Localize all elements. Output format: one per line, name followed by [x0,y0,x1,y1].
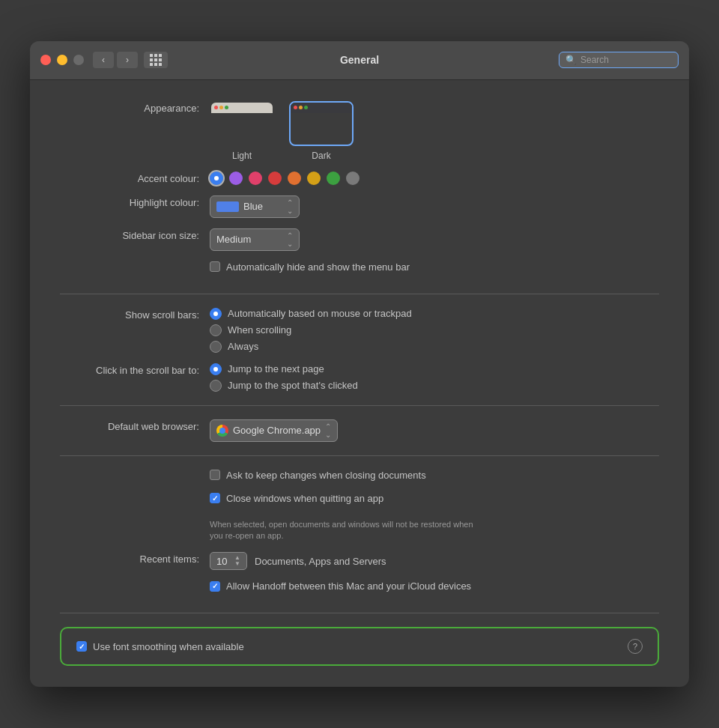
close-windows-row: Close windows when quitting an app [210,493,383,504]
menu-bar-row: Automatically hide and show the menu bar [60,261,659,280]
highlight-colour-dropdown[interactable]: Blue ⌃⌄ [210,195,300,218]
sidebar-icon-size-content: Medium ⌃⌄ [210,228,659,251]
appearance-thumbs: Light [210,101,354,161]
recent-items-content: 10 ▲ ▼ Documents, Apps and Servers [210,552,659,570]
default-browser-row: Default web browser: Google Chrome.app ⌃… [60,419,659,442]
default-browser-label: Default web browser: [60,419,210,432]
menu-bar-checkbox[interactable] [210,261,220,272]
thumb-dot-yellow-d [299,106,303,109]
divider-4 [60,613,659,613]
appearance-row: Appearance: [60,101,659,161]
click-next-page-radio[interactable] [210,363,222,375]
traffic-lights [40,55,84,65]
handoff-label [60,580,210,582]
scroll-scrolling-radio[interactable] [210,324,222,336]
handoff-checkbox[interactable] [210,581,220,592]
menu-bar-checkbox-label: Automatically hide and show the menu bar [226,261,410,273]
accent-red[interactable] [268,172,282,185]
help-button[interactable]: ? [628,639,643,654]
accent-purple[interactable] [229,172,243,185]
sidebar-icon-size-value: Medium [216,234,282,245]
handoff-checkbox-label: Allow Handoff between this Mac and your … [226,580,471,592]
recent-items-controls: 10 ▲ ▼ Documents, Apps and Servers [210,552,386,570]
dark-preview [291,103,352,113]
forward-button[interactable]: › [117,52,138,68]
ask-changes-row: Ask to keep changes when closing documen… [210,470,426,481]
accent-colour-label: Accent colour: [60,172,210,184]
search-box[interactable]: 🔍 [559,52,679,68]
accent-pink[interactable] [249,172,262,185]
dark-thumb [289,101,354,146]
scroll-bars-radio-group: Automatically based on mouse or trackpad… [210,308,412,353]
show-scroll-bars-content: Automatically based on mouse or trackpad… [210,308,659,353]
stepper-down-icon[interactable]: ▼ [234,561,240,567]
accent-colour-content [210,172,659,185]
light-preview [211,103,273,113]
chrome-icon [216,425,228,437]
font-smoothing-left: Use font smoothing when available [76,641,244,652]
titlebar: ‹ › General 🔍 [30,41,689,80]
scroll-auto-label: Automatically based on mouse or trackpad [228,308,412,319]
appearance-content: Light [210,101,659,161]
click-scroll-row: Click in the scroll bar to: Jump to the … [60,363,659,392]
appearance-light[interactable]: Light [210,101,274,161]
close-windows-checkbox[interactable] [210,493,220,503]
accent-dot [214,176,219,181]
checkboxes-content: Ask to keep changes when closing documen… [210,470,659,542]
minimize-button[interactable] [57,55,67,65]
ask-changes-checkbox[interactable] [210,470,220,480]
accent-yellow[interactable] [307,172,321,185]
back-button[interactable]: ‹ [93,52,114,68]
click-scroll-radio-group: Jump to the next page Jump to the spot t… [210,363,358,392]
show-scroll-bars-label: Show scroll bars: [60,308,210,321]
accent-green[interactable] [327,172,340,185]
click-scroll-content: Jump to the next page Jump to the spot t… [210,363,659,392]
scroll-always-row: Always [210,341,412,353]
scroll-always-radio[interactable] [210,341,222,353]
ask-changes-label: Ask to keep changes when closing documen… [226,470,426,481]
click-next-page-row: Jump to the next page [210,363,358,375]
handoff-content: Allow Handoff between this Mac and your … [210,580,659,599]
highlight-colour-row: Highlight colour: Blue ⌃⌄ [60,195,659,218]
font-smoothing-label: Use font smoothing when available [93,641,244,652]
grid-button[interactable] [144,52,168,68]
thumb-dot-red [214,106,218,109]
thumb-dot-yellow [219,106,223,109]
scroll-always-label: Always [228,341,258,352]
font-smoothing-checkbox[interactable] [76,641,87,652]
menu-bar-content: Automatically hide and show the menu bar [210,261,659,280]
accent-colors [210,172,360,185]
sidebar-icon-size-dropdown[interactable]: Medium ⌃⌄ [210,228,300,251]
recent-items-stepper[interactable]: 10 ▲ ▼ [210,552,247,570]
accent-graphite[interactable] [346,172,360,185]
grid-icon [150,54,162,66]
menu-bar-checkbox-row: Automatically hide and show the menu bar [210,261,410,273]
thumb-titlebar-dark [291,103,352,113]
default-browser-dropdown[interactable]: Google Chrome.app ⌃⌄ [210,419,338,442]
sidebar-icon-size-row: Sidebar icon size: Medium ⌃⌄ [60,228,659,251]
scroll-auto-radio[interactable] [210,308,222,320]
thumb-dot-green [225,106,228,109]
maximize-button[interactable] [73,55,84,65]
scroll-scrolling-row: When scrolling [210,324,412,336]
click-spot-radio[interactable] [210,380,222,392]
stepper-arrows: ▲ ▼ [234,555,240,567]
click-spot-row: Jump to the spot that's clicked [210,380,358,392]
show-scroll-bars-row: Show scroll bars: Automatically based on… [60,308,659,353]
thumb-titlebar [211,103,273,113]
close-button[interactable] [40,55,51,65]
accent-blue[interactable] [210,172,223,185]
close-windows-label: Close windows when quitting an app [226,493,383,504]
chevron-down-icon-3: ⌃⌄ [325,422,331,439]
menu-bar-label [60,261,210,263]
click-scroll-label: Click in the scroll bar to: [60,363,210,376]
stepper-value: 10 [216,556,227,567]
search-input[interactable] [580,55,672,65]
accent-orange[interactable] [288,172,301,185]
scroll-auto-row: Automatically based on mouse or trackpad [210,308,412,320]
checkboxes-row: Ask to keep changes when closing documen… [60,470,659,542]
appearance-dark[interactable]: Dark [289,101,354,161]
divider-3 [60,455,659,456]
light-label: Light [232,151,252,161]
sidebar-icon-size-label: Sidebar icon size: [60,228,210,241]
